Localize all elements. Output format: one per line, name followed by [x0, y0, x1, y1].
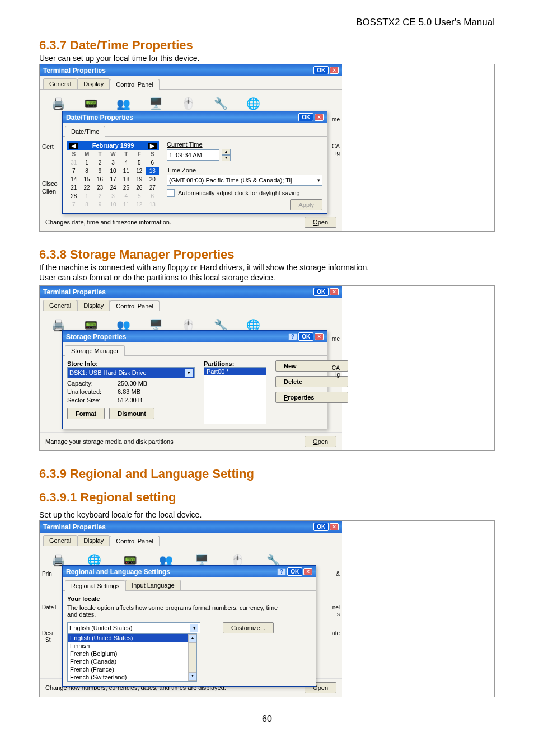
calendar-day[interactable]: 9 — [93, 167, 106, 175]
calendar-day[interactable]: 17 — [106, 175, 119, 184]
locale-listbox[interactable]: English (United States)FinnishFrench (Be… — [67, 633, 197, 682]
partitions-listbox[interactable]: Part00 * — [204, 367, 266, 424]
calendar-day[interactable]: 21 — [67, 184, 80, 192]
locale-list-item[interactable]: French (Switzerland) — [68, 673, 188, 681]
calendar-day[interactable]: 9 — [93, 200, 106, 209]
tab-regional-settings[interactable]: Regional Settings — [65, 580, 125, 591]
calendar-day[interactable]: 2 — [93, 158, 106, 167]
calendar-day[interactable]: 25 — [120, 184, 133, 192]
storage-help-button[interactable]: ? — [288, 333, 297, 340]
delete-button[interactable]: Delete — [275, 376, 348, 387]
calendar-day[interactable]: 3 — [106, 158, 119, 167]
tab-controlpanel[interactable]: Control Panel — [110, 300, 160, 311]
tab-display[interactable]: Display — [77, 535, 110, 546]
tab-general[interactable]: General — [43, 300, 77, 311]
tab-display[interactable]: Display — [77, 78, 110, 89]
terminal-close-button[interactable]: × — [330, 288, 339, 295]
regional-close-button[interactable]: × — [303, 568, 312, 575]
listbox-scrollbar[interactable]: ▴ ▾ — [188, 634, 196, 681]
calendar-day[interactable]: 23 — [93, 184, 106, 192]
printer-icon[interactable]: 🖨️ — [50, 95, 67, 112]
tab-datetime[interactable]: Date/Time — [65, 126, 105, 137]
terminal-close-button[interactable]: × — [330, 67, 339, 74]
calendar-day[interactable]: 11 — [120, 167, 133, 175]
calendar[interactable]: ◀ February 1999 ▶ SMTWTFS311234567891011… — [67, 141, 159, 209]
calendar-day[interactable]: 8 — [80, 167, 93, 175]
locale-list-item[interactable]: French (Belgium) — [68, 650, 188, 658]
terminal-ok-button[interactable]: OK — [313, 523, 329, 531]
display-icon[interactable]: 🖥️ — [147, 95, 164, 112]
locale-list-item[interactable]: French (France) — [68, 665, 188, 673]
current-time-input[interactable] — [167, 149, 219, 161]
calendar-day[interactable]: 28 — [67, 192, 80, 200]
regional-help-button[interactable]: ? — [277, 568, 286, 575]
tab-storagemanager[interactable]: Storage Manager — [65, 345, 125, 356]
properties-button[interactable]: PPropertiesroperties — [275, 392, 348, 403]
format-button[interactable]: Format — [67, 408, 105, 419]
time-spinner[interactable]: ▲▼ — [222, 149, 231, 161]
calendar-day[interactable]: 4 — [120, 158, 133, 167]
storage-close-button[interactable]: × — [315, 333, 324, 340]
calendar-day[interactable]: 15 — [80, 175, 93, 184]
calendar-next-icon[interactable]: ▶ — [148, 143, 157, 149]
calendar-day[interactable]: 18 — [120, 175, 133, 184]
calendar-day[interactable]: 1 — [80, 192, 93, 200]
calendar-day[interactable]: 31 — [67, 158, 80, 167]
terminal-ok-button[interactable]: OK — [313, 288, 329, 296]
tab-controlpanel[interactable]: Control Panel — [110, 536, 160, 546]
tab-display[interactable]: Display — [77, 300, 110, 311]
open-button[interactable]: OpenOpen — [305, 436, 336, 447]
tab-controlpanel[interactable]: Control Panel — [110, 79, 160, 90]
calendar-day[interactable]: 5 — [133, 192, 146, 200]
modem-icon[interactable]: 📟 — [82, 95, 99, 112]
calendar-day[interactable]: 24 — [106, 184, 119, 192]
terminal-ok-button[interactable]: OK — [313, 66, 329, 74]
globe-icon[interactable]: 🌐 — [245, 95, 261, 112]
timezone-select[interactable]: (GMT-08:00) Pacific Time (US & Canada); … — [167, 175, 322, 186]
calendar-day[interactable]: 5 — [133, 158, 146, 167]
datetime-ok-button[interactable]: OK — [298, 113, 313, 121]
calendar-day[interactable]: 1 — [80, 158, 93, 167]
calendar-day[interactable]: 11 — [120, 200, 133, 209]
scroll-down-icon[interactable]: ▾ — [189, 672, 196, 681]
partition-item[interactable]: Part00 * — [204, 368, 266, 375]
dismount-button[interactable]: Dismount — [109, 408, 154, 419]
storage-ok-button[interactable]: OK — [298, 332, 313, 341]
calendar-day[interactable]: 26 — [133, 184, 146, 192]
calendar-day[interactable]: 13 — [146, 200, 159, 209]
locale-list-item[interactable]: French (Canada) — [68, 658, 188, 665]
locale-list-item[interactable]: English (United States) — [68, 634, 188, 642]
calendar-prev-icon[interactable]: ◀ — [69, 143, 78, 149]
dst-checkbox[interactable] — [167, 189, 175, 197]
calendar-day[interactable]: 10 — [106, 167, 119, 175]
tab-general[interactable]: General — [43, 535, 77, 546]
regional-ok-button[interactable]: OK — [287, 567, 302, 576]
calendar-day[interactable]: 7 — [67, 167, 80, 175]
users-icon[interactable]: 👥 — [115, 95, 132, 112]
store-select[interactable]: DSK1: USB Hard Disk Drive ▾ — [67, 367, 195, 378]
mouse-icon[interactable]: 🖱️ — [180, 95, 196, 112]
calendar-day[interactable]: 12 — [133, 167, 146, 175]
calendar-day[interactable]: 6 — [146, 158, 159, 167]
customize-button[interactable]: Customize...Customize... — [223, 622, 274, 633]
calendar-day[interactable]: 4 — [120, 192, 133, 200]
calendar-day[interactable]: 2 — [93, 192, 106, 200]
tab-input-language[interactable]: Input Language — [125, 580, 180, 590]
locale-list-item[interactable]: Finnish — [68, 642, 188, 650]
scroll-up-icon[interactable]: ▴ — [189, 634, 196, 643]
calendar-day[interactable]: 14 — [67, 175, 80, 184]
tab-general[interactable]: General — [43, 78, 77, 89]
tools-icon[interactable]: 🔧 — [212, 95, 229, 112]
calendar-day[interactable]: 22 — [80, 184, 93, 192]
calendar-day[interactable]: 3 — [106, 192, 119, 200]
terminal-close-button[interactable]: × — [330, 523, 339, 530]
calendar-day[interactable]: 27 — [146, 184, 159, 192]
calendar-day[interactable]: 7 — [67, 200, 80, 209]
calendar-day[interactable]: 6 — [146, 192, 159, 200]
calendar-day[interactable]: 13 — [146, 167, 159, 175]
calendar-day[interactable]: 12 — [133, 200, 146, 209]
calendar-day[interactable]: 8 — [80, 200, 93, 209]
calendar-day[interactable]: 10 — [106, 200, 119, 209]
calendar-day[interactable]: 19 — [133, 175, 146, 184]
calendar-day[interactable]: 16 — [93, 175, 106, 184]
